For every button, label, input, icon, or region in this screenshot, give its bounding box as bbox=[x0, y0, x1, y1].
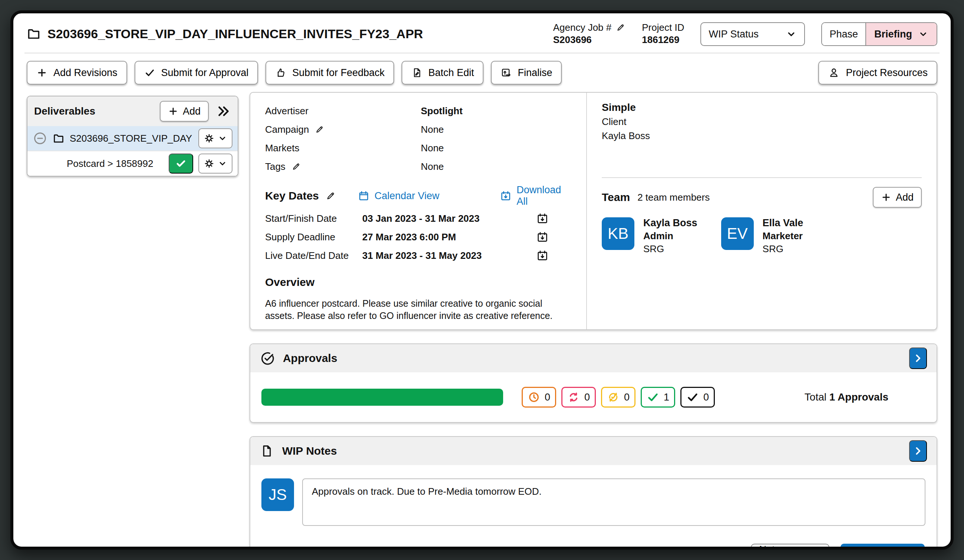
wip-note-input[interactable]: Approvals on track. Due to Pre-Media tom… bbox=[302, 479, 925, 526]
advertiser-row: Advertiser Spotlight bbox=[265, 102, 572, 120]
calendar-download-icon[interactable] bbox=[536, 231, 548, 243]
download-all-link[interactable]: Download All bbox=[500, 184, 572, 207]
approvals-section: Approvals 0 bbox=[249, 343, 937, 423]
agency-job-label: Agency Job # bbox=[553, 21, 612, 34]
tags-row: Tags None bbox=[265, 157, 572, 176]
chevron-down-icon bbox=[918, 29, 928, 39]
wip-status-select[interactable]: WIP Status bbox=[700, 22, 805, 46]
project-title-group: S203696_STORE_VIP_DAY_INFLUENCER_INVITES… bbox=[27, 27, 423, 41]
wip-notes-icon bbox=[260, 444, 274, 458]
supply-deadline-row: Supply Deadline 27 Mar 2023 6:00 PM bbox=[265, 228, 572, 246]
key-dates-title: Key Dates bbox=[265, 189, 319, 202]
note-type-value: Note Type bbox=[759, 544, 804, 550]
plus-icon bbox=[881, 192, 891, 202]
submit-for-approval-button[interactable]: Submit for Approval bbox=[135, 61, 259, 85]
phase-select[interactable]: Briefing bbox=[866, 23, 936, 45]
notification-checkbox[interactable] bbox=[590, 548, 605, 550]
wip-note-footer: Send project team notification Note Type… bbox=[250, 526, 936, 550]
in-revision-badge[interactable]: 0 bbox=[561, 387, 596, 408]
phase-label: Phase bbox=[822, 23, 866, 45]
submit-for-feedback-button[interactable]: Submit for Feedback bbox=[265, 61, 394, 85]
edit-pencil-icon[interactable] bbox=[291, 162, 301, 171]
chevron-down-icon bbox=[218, 159, 227, 168]
approvals-icon bbox=[260, 351, 275, 366]
chevron-down-icon bbox=[786, 29, 797, 40]
submit-for-feedback-label: Submit for Feedback bbox=[292, 67, 384, 79]
folder-icon bbox=[53, 132, 65, 144]
header: S203696_STORE_VIP_DAY_INFLUENCER_INVITES… bbox=[23, 13, 941, 50]
note-type-select[interactable]: Note Type bbox=[751, 544, 829, 550]
add-wip-note-button[interactable]: Add WIP Note bbox=[840, 544, 925, 550]
phase-value: Briefing bbox=[874, 29, 912, 40]
app-window: S203696_STORE_VIP_DAY_INFLUENCER_INVITES… bbox=[10, 10, 954, 550]
start-finish-label: Start/Finish Date bbox=[265, 213, 362, 225]
markets-row: Markets None bbox=[265, 139, 572, 157]
finalise-button[interactable]: Finalise bbox=[491, 61, 562, 85]
completed-badge[interactable]: 0 bbox=[681, 387, 715, 408]
collapse-node-icon[interactable] bbox=[33, 131, 47, 146]
member-role: Admin bbox=[643, 230, 697, 242]
calendar-view-link[interactable]: Calendar View bbox=[358, 190, 500, 202]
edit-pencil-icon[interactable] bbox=[326, 190, 336, 201]
collapse-panel-icon[interactable] bbox=[216, 104, 231, 119]
in-revision-count: 0 bbox=[585, 392, 590, 403]
pending-badge[interactable]: 0 bbox=[522, 387, 556, 408]
page-title: S203696_STORE_VIP_DAY_INFLUENCER_INVITES… bbox=[47, 27, 423, 41]
project-resources-button[interactable]: Project Resources bbox=[818, 61, 937, 85]
calendar-view-label: Calendar View bbox=[375, 190, 440, 202]
edit-pencil-icon[interactable] bbox=[315, 125, 324, 134]
pending-count: 0 bbox=[545, 392, 550, 403]
partial-approval-icon bbox=[607, 391, 620, 404]
calendar-download-icon[interactable] bbox=[536, 249, 548, 262]
markets-value: None bbox=[421, 142, 444, 154]
add-revisions-button[interactable]: Add Revisions bbox=[27, 61, 127, 85]
add-team-member-button[interactable]: Add bbox=[873, 187, 922, 208]
project-info-card: Advertiser Spotlight Campaign None bbox=[249, 92, 937, 330]
client-name: Simple bbox=[602, 102, 922, 114]
approvals-total: Total 1 Approvals bbox=[804, 391, 888, 403]
approvals-total-label: Total bbox=[804, 391, 826, 403]
campaign-label: Campaign bbox=[265, 124, 309, 135]
edit-pencil-icon[interactable] bbox=[616, 23, 625, 32]
phase-control: Phase Briefing bbox=[821, 22, 937, 46]
deliverables-title: Deliverables bbox=[34, 105, 95, 117]
deliverables-header: Deliverables Add bbox=[28, 96, 238, 126]
batch-edit-button[interactable]: Batch Edit bbox=[402, 61, 484, 85]
approvals-total-value: 1 Approvals bbox=[829, 391, 888, 403]
wip-notes-title: WIP Notes bbox=[282, 444, 337, 457]
start-finish-value: 03 Jan 2023 - 31 Mar 2023 bbox=[362, 213, 480, 225]
gear-icon bbox=[204, 133, 215, 144]
approved-badge[interactable]: 1 bbox=[641, 387, 675, 408]
item-actions-button[interactable] bbox=[199, 153, 233, 174]
finalise-label: Finalise bbox=[518, 67, 552, 79]
partially-approved-badge[interactable]: 0 bbox=[601, 387, 635, 408]
add-team-member-label: Add bbox=[896, 192, 914, 203]
deliverable-item-row[interactable]: Postcard > 1858992 bbox=[28, 151, 238, 176]
live-end-date-row: Live Date/End Date 31 Mar 2023 - 31 May … bbox=[265, 246, 572, 265]
deliverable-approved-button[interactable] bbox=[169, 153, 193, 174]
wip-notes-expand-button[interactable] bbox=[909, 440, 927, 462]
advertiser-value: Spotlight bbox=[421, 105, 463, 117]
approvals-progress-bar bbox=[261, 389, 503, 406]
approvals-expand-button[interactable] bbox=[909, 347, 927, 369]
group-actions-button[interactable] bbox=[199, 128, 233, 148]
supply-deadline-label: Supply Deadline bbox=[265, 231, 362, 243]
calendar-icon bbox=[358, 190, 369, 201]
team-divider bbox=[602, 177, 922, 178]
team-members: KB Kayla Boss Admin SRG EV Ella Vale bbox=[602, 217, 922, 255]
check-icon bbox=[144, 67, 155, 78]
deliverable-group-row[interactable]: S203696_STORE_VIP_DAY bbox=[28, 126, 238, 151]
pending-icon bbox=[528, 391, 540, 404]
avatar: JS bbox=[261, 479, 294, 511]
calendar-download-icon[interactable] bbox=[536, 213, 548, 225]
wip-notes-header: WIP Notes bbox=[250, 437, 936, 465]
client-team-panel: Simple Client Kayla Boss Team 2 team mem… bbox=[586, 93, 936, 329]
team-member: EV Ella Vale Marketer SRG bbox=[721, 217, 803, 255]
add-deliverable-button[interactable]: Add bbox=[160, 101, 209, 122]
batch-edit-label: Batch Edit bbox=[428, 67, 474, 79]
approvals-body: 0 0 bbox=[250, 372, 936, 422]
live-end-date-label: Live Date/End Date bbox=[265, 250, 362, 262]
batch-edit-icon bbox=[411, 67, 422, 78]
approvals-header: Approvals bbox=[250, 344, 936, 372]
avatar: KB bbox=[602, 217, 634, 250]
